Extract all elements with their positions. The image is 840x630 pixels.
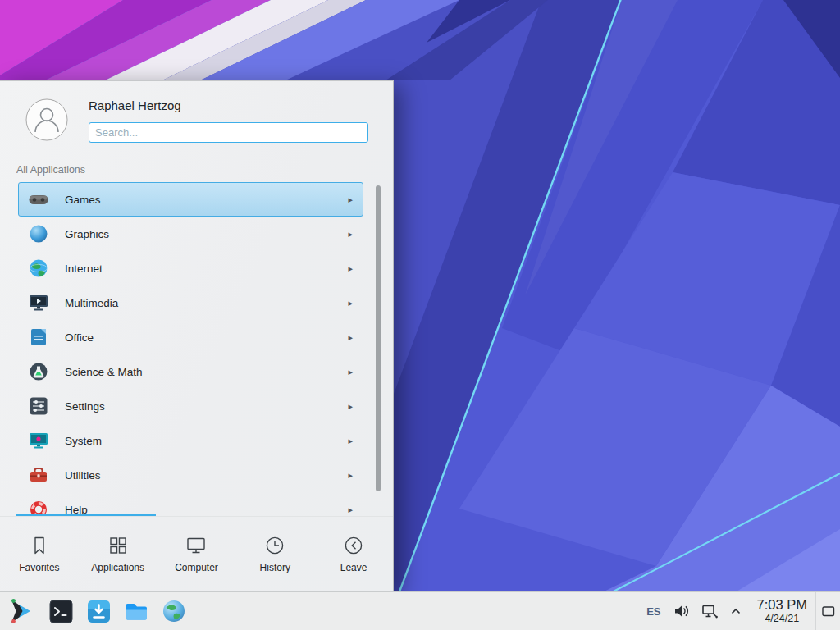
clock-date: 4/24/21 (757, 613, 807, 625)
user-avatar-icon[interactable] (25, 98, 68, 141)
terminal-icon[interactable] (48, 598, 74, 624)
submenu-arrow-icon: ▸ (348, 194, 353, 205)
gamepad-icon (27, 188, 50, 211)
help-ring-icon (27, 498, 50, 514)
media-monitor-icon (27, 291, 50, 314)
tab-computer[interactable]: Computer (158, 517, 236, 591)
category-label: Office (65, 331, 348, 344)
category-label: Help (65, 504, 348, 514)
leave-icon (343, 535, 364, 556)
flask-icon (27, 360, 50, 383)
category-item-office[interactable]: Office ▸ (18, 320, 363, 354)
category-item-multimedia[interactable]: Multimedia ▸ (18, 285, 363, 320)
tab-label: Favorites (19, 562, 59, 573)
toolbox-icon (27, 463, 50, 486)
submenu-arrow-icon: ▸ (348, 470, 353, 481)
volume-icon[interactable] (673, 604, 690, 619)
category-item-internet[interactable]: Internet ▸ (18, 251, 363, 285)
sliders-icon (27, 395, 50, 418)
category-label: Settings (65, 400, 348, 413)
submenu-arrow-icon: ▸ (348, 298, 353, 308)
keyboard-layout-indicator[interactable]: ES (646, 605, 660, 618)
web-browser-icon[interactable] (161, 598, 187, 624)
graphics-orb-icon (27, 222, 50, 245)
taskbar-panel: ES 7:03 PM 4/24/21 (0, 591, 840, 630)
tab-applications[interactable]: Applications (79, 517, 158, 591)
grid-icon (107, 535, 129, 556)
tab-label: Leave (340, 562, 368, 573)
category-item-games[interactable]: Games ▸ (18, 182, 363, 217)
submenu-arrow-icon: ▸ (348, 504, 353, 514)
globe-icon (27, 257, 50, 280)
app-launcher-icon[interactable] (5, 595, 38, 628)
bookmark-icon (29, 535, 50, 556)
category-label: Internet (65, 262, 348, 275)
submenu-arrow-icon: ▸ (348, 436, 353, 446)
category-label: System (65, 435, 348, 447)
category-item-help[interactable]: Help ▸ (18, 492, 363, 514)
category-label: Games (65, 194, 348, 206)
tab-history[interactable]: History (235, 517, 314, 591)
category-label: Utilities (65, 469, 348, 482)
software-center-icon[interactable] (85, 598, 112, 624)
category-list: Games ▸ Graphics ▸ (0, 182, 393, 514)
tab-label: History (260, 562, 290, 573)
category-item-science-math[interactable]: Science & Math ▸ (18, 354, 363, 389)
search-input[interactable] (89, 122, 368, 143)
digital-clock[interactable]: 7:03 PM 4/24/21 (757, 597, 807, 625)
clock-icon (264, 535, 285, 556)
monitor-icon (185, 535, 207, 556)
list-scrollbar[interactable] (376, 185, 381, 491)
submenu-arrow-icon: ▸ (348, 332, 353, 343)
tab-label: Computer (175, 562, 218, 573)
system-monitor-icon (27, 429, 50, 452)
submenu-arrow-icon: ▸ (348, 367, 353, 377)
category-label: Science & Math (65, 366, 348, 378)
document-icon (27, 326, 50, 349)
submenu-arrow-icon: ▸ (348, 401, 353, 412)
category-item-settings[interactable]: Settings ▸ (18, 389, 363, 423)
category-item-graphics[interactable]: Graphics ▸ (18, 217, 363, 251)
show-desktop-button[interactable] (815, 592, 840, 630)
system-tray: ES 7:03 PM 4/24/21 (640, 592, 840, 630)
category-item-utilities[interactable]: Utilities ▸ (18, 458, 363, 492)
application-launcher-menu: Raphael Hertzog All Applications Games ▸ (0, 80, 394, 591)
file-manager-icon[interactable] (123, 598, 149, 624)
category-label: Graphics (65, 228, 348, 240)
launcher-tabbar: Favorites Applications (0, 516, 393, 591)
clock-time: 7:03 PM (757, 597, 807, 613)
submenu-arrow-icon: ▸ (348, 229, 353, 240)
category-label: Multimedia (65, 297, 348, 309)
desktop-peek-icon (822, 606, 835, 617)
category-item-system[interactable]: System ▸ (18, 423, 363, 458)
section-label: All Applications (16, 164, 85, 176)
expand-tray-icon[interactable] (730, 606, 742, 616)
network-icon[interactable] (701, 604, 719, 619)
tab-favorites[interactable]: Favorites (0, 517, 79, 591)
tab-label: Applications (91, 562, 144, 573)
user-name: Raphael Hertzog (89, 98, 181, 112)
tab-leave[interactable]: Leave (314, 517, 393, 591)
submenu-arrow-icon: ▸ (348, 263, 353, 274)
